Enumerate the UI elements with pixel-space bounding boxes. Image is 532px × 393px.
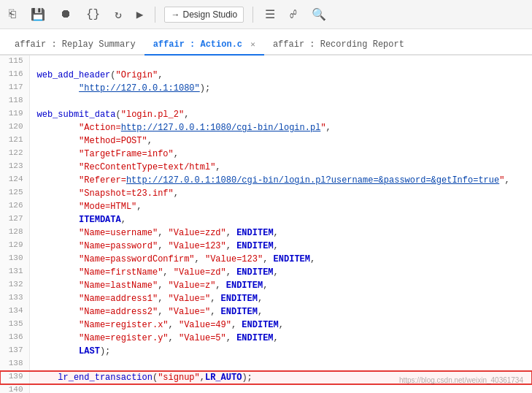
line-content: [29, 56, 532, 69]
plain-token: ,: [136, 202, 142, 212]
table-row: 118: [0, 95, 532, 108]
plain-token: ,: [274, 228, 279, 238]
plain-token: [37, 136, 80, 146]
line-content: "Name=address2", "Value=", ENDITEM,: [29, 305, 532, 318]
tab-action-c[interactable]: affair : Action.c ✕: [144, 35, 264, 56]
save-icon[interactable]: 💾: [28, 4, 48, 25]
str-token: "Snapshot=t23.inf": [79, 188, 174, 199]
plain-token: [37, 281, 80, 291]
str-token: "Method=POST": [79, 136, 147, 146]
kw-token: LR_AUTO: [205, 373, 242, 383]
plain-token: ,: [169, 320, 179, 330]
line-content: "Method=POST",: [29, 134, 532, 148]
link-token: http://127.0.0.1:1080/cgi-bin/login.pl?u…: [126, 175, 499, 186]
line-number: 136: [0, 332, 29, 345]
plain-token: ,: [274, 333, 279, 343]
line-content: web_submit_data("login.pl_2",: [29, 108, 532, 121]
menu-icon[interactable]: ☰: [262, 4, 278, 25]
str-token: "Value=zd": [174, 267, 226, 278]
line-number: 122: [0, 148, 29, 161]
tab-action-c-close[interactable]: ✕: [250, 40, 255, 49]
line-number: 128: [0, 226, 29, 240]
str-token: "Value=zzd": [169, 228, 226, 238]
copy-icon[interactable]: ⎗: [6, 5, 19, 24]
replay-icon[interactable]: ↻: [112, 4, 125, 25]
str-token: "Name=register.y": [79, 333, 168, 343]
tab-bar: affair : Replay Summary affair : Action.…: [0, 29, 532, 56]
plain-token: );: [100, 346, 110, 356]
str-token: "Action=: [79, 123, 121, 133]
plain-token: [37, 162, 80, 172]
plain-token: [37, 307, 80, 317]
kw-token: ENDITEM: [236, 241, 273, 251]
search2-icon[interactable]: ☍: [287, 4, 300, 25]
table-row: 134 "Name=address2", "Value=", ENDITEM,: [0, 305, 532, 318]
plain-token: ,: [226, 333, 236, 343]
str-token: "Name=password": [79, 241, 158, 251]
plain-token: ,: [121, 215, 126, 225]
line-number: 138: [0, 358, 29, 371]
table-row: 140: [0, 384, 532, 393]
code-icon[interactable]: {}: [83, 5, 103, 24]
line-number: 135: [0, 318, 29, 332]
plain-token: ,: [326, 123, 331, 133]
tab-recording-report[interactable]: affair : Recording Report: [264, 35, 413, 56]
plain-token: (: [110, 70, 115, 80]
plain-token: [37, 175, 80, 186]
plain-token: [37, 202, 80, 212]
plain-token: ,: [147, 136, 153, 146]
str-token: "Value=z": [169, 281, 216, 291]
plain-token: ,: [158, 281, 168, 291]
zoom-icon[interactable]: 🔍: [309, 4, 329, 25]
design-studio-button[interactable]: → Design Studio: [164, 7, 244, 23]
line-content: "Mode=HTML",: [29, 200, 532, 213]
line-content: LAST);: [29, 345, 532, 358]
str-token: "Value=5": [179, 333, 226, 343]
str-token: "RecContentType=text/html": [79, 162, 215, 172]
line-content: "Name=password", "Value=123", ENDITEM,: [29, 240, 532, 253]
line-number: 127: [0, 213, 29, 226]
table-row: 122 "TargetFrame=info",: [0, 148, 532, 161]
record-icon[interactable]: ⏺: [57, 4, 74, 24]
plain-token: ,: [169, 333, 179, 343]
plain-token: ,: [215, 281, 225, 291]
plain-token: [37, 123, 80, 133]
line-number: 117: [0, 82, 29, 95]
line-number: 120: [0, 121, 29, 134]
line-number: 121: [0, 134, 29, 148]
str-token: "Mode=HTML": [79, 202, 136, 212]
table-row: 135 "Name=register.x", "Value=49", ENDIT…: [0, 318, 532, 332]
tab-replay-summary[interactable]: affair : Replay Summary: [6, 35, 144, 56]
plain-token: ,: [226, 267, 236, 278]
table-row: 130 "Name=passwordConfirm", "Value=123",…: [0, 253, 532, 266]
line-number: 124: [0, 174, 29, 187]
plain-token: [37, 215, 80, 225]
str-token: ": [320, 123, 325, 133]
plain-token: [37, 228, 80, 238]
plain-token: ,: [310, 254, 315, 264]
str-token: "signup": [158, 373, 200, 383]
line-number: 126: [0, 200, 29, 213]
play-icon[interactable]: ▶: [134, 4, 147, 25]
str-token: "Name=address2": [79, 307, 158, 317]
line-number: 140: [0, 384, 29, 393]
plain-token: [37, 320, 80, 330]
str-token: "TargetFrame=info": [79, 149, 174, 159]
line-content: "Action=http://127.0.0.1:1080/cgi-bin/lo…: [29, 121, 532, 134]
line-number: 116: [0, 69, 29, 82]
line-content: "Snapshot=t23.inf",: [29, 187, 532, 200]
toolbar-divider2: [252, 7, 253, 23]
line-number: 125: [0, 187, 29, 200]
str-token: "Name=username": [79, 228, 158, 238]
kw-token: ENDITEM: [274, 254, 310, 264]
plain-token: ,: [200, 373, 205, 383]
plain-token: ,: [174, 149, 179, 159]
plain-token: ,: [158, 294, 168, 304]
line-content: "Name=lastName", "Value=z", ENDITEM,: [29, 279, 532, 292]
kw-token: ITEMDATA: [79, 215, 121, 225]
str-token: "Name=firstName": [79, 267, 163, 278]
str-token: "Name=address1": [79, 294, 158, 304]
plain-token: ,: [184, 110, 189, 120]
line-content: "TargetFrame=info",: [29, 148, 532, 161]
line-content: [29, 384, 532, 393]
